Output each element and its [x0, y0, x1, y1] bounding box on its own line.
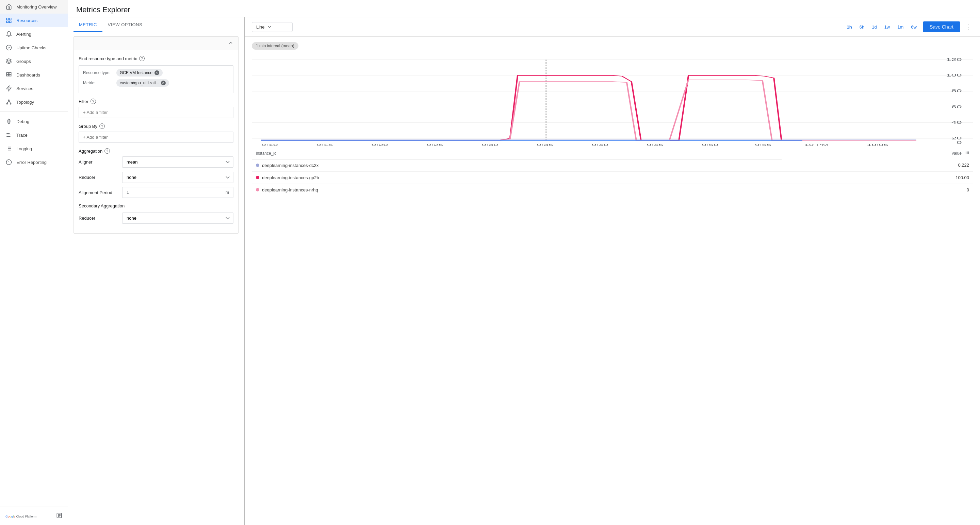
error-icon [5, 159, 12, 166]
google-cloud-logo: Google Cloud Platform [5, 513, 46, 519]
svg-line-14 [7, 101, 9, 103]
alignment-period-row: Alignment Period 1 m [79, 187, 234, 198]
svg-rect-6 [6, 73, 8, 75]
metric-chip[interactable]: custom/gpu_utilizati... ✕ [116, 79, 169, 87]
chart-legend-table: instance_id Value [252, 148, 973, 196]
sidebar-item-alerting[interactable]: Alerting [0, 27, 68, 41]
bell-icon [5, 30, 12, 37]
filter-label: Filter ? [79, 98, 234, 104]
find-resource-label: Find resource type and metric ? [79, 56, 234, 61]
time-btn-6h[interactable]: 6h [856, 22, 868, 32]
trace-icon [5, 132, 12, 138]
group-by-input[interactable] [79, 132, 234, 143]
chart-type-select[interactable]: Line [252, 22, 293, 32]
chevron-down-icon [267, 25, 272, 28]
sidebar-item-logging[interactable]: Logging [0, 142, 68, 155]
svg-text:Google
         Cloud Platform: Google Cloud Platform [5, 514, 37, 518]
svg-rect-16 [8, 120, 10, 123]
sidebar-item-services[interactable]: Services [0, 82, 68, 95]
sidebar-item-resources[interactable]: Resources [0, 14, 68, 27]
time-btn-1h[interactable]: 1h [843, 22, 856, 32]
grid-icon [5, 17, 12, 24]
docs-icon[interactable] [56, 512, 62, 520]
svg-text:9:55: 9:55 [755, 143, 772, 146]
more-options-button[interactable]: ⋮ [963, 22, 973, 32]
sidebar-item-label: Monitoring Overview [16, 5, 57, 10]
sidebar: Monitoring Overview Resources Alerting U… [0, 0, 68, 525]
sidebar-item-label: Topology [16, 100, 34, 105]
legend-columns-icon[interactable] [964, 150, 969, 156]
tabs-bar: METRIC VIEW OPTIONS [68, 17, 244, 32]
filter-input[interactable] [79, 107, 234, 118]
time-btn-1d[interactable]: 1d [869, 22, 880, 32]
legend-col-value: Value [782, 148, 973, 159]
svg-point-12 [6, 103, 8, 105]
sidebar-item-dashboards[interactable]: Dashboards [0, 68, 68, 82]
sidebar-item-monitoring-overview[interactable]: Monitoring Overview [0, 0, 68, 14]
sidebar-item-trace[interactable]: Trace [0, 128, 68, 142]
secondary-aggregation-label: Secondary Aggregation [79, 203, 234, 208]
find-resource-help-icon[interactable]: ? [139, 56, 145, 61]
aggregation-help-icon[interactable]: ? [105, 148, 110, 154]
resource-type-chip-close[interactable]: ✕ [154, 70, 159, 75]
secondary-reducer-row: Reducer none sum mean [79, 213, 234, 224]
tab-metric[interactable]: METRIC [73, 17, 102, 32]
save-chart-button[interactable]: Save Chart [923, 21, 960, 32]
svg-point-13 [10, 103, 11, 105]
aligner-label: Aligner [79, 159, 119, 165]
sidebar-item-error-reporting[interactable]: Error Reporting [0, 155, 68, 169]
svg-text:10 PM: 10 PM [804, 143, 829, 146]
tab-view-options[interactable]: VIEW OPTIONS [102, 17, 148, 32]
sidebar-item-label: Error Reporting [16, 160, 47, 165]
metric-label: Metric: [83, 81, 114, 86]
secondary-reducer-dropdown[interactable]: none sum mean [122, 213, 234, 224]
svg-text:9:30: 9:30 [482, 143, 498, 146]
sidebar-item-groups[interactable]: Groups [0, 54, 68, 68]
layers-icon [5, 58, 12, 65]
metric-chip-close[interactable]: ✕ [161, 81, 166, 86]
home-icon [5, 3, 12, 10]
right-panel: Line 1h 6h 1d 1w 1m 6w Save Chart ⋮ 1 mi… [245, 17, 980, 525]
content-area: METRIC VIEW OPTIONS Find resource type a… [68, 17, 980, 525]
collapse-button[interactable] [228, 40, 234, 47]
sidebar-item-debug[interactable]: Debug [0, 114, 68, 128]
svg-text:80: 80 [951, 89, 962, 93]
legend-value: 0.222 [782, 159, 973, 171]
legend-row: deeplearning-instances-nrhq 0 [252, 184, 973, 196]
aligner-dropdown[interactable]: mean sum min max [122, 156, 234, 168]
time-btn-6w[interactable]: 6w [907, 22, 920, 32]
svg-text:9:10: 9:10 [261, 143, 278, 146]
svg-rect-8 [6, 75, 8, 76]
group-by-help-icon[interactable]: ? [99, 124, 105, 129]
legend-row: deeplearning-instances-dc2x 0.222 [252, 159, 973, 171]
svg-text:9:45: 9:45 [646, 143, 663, 146]
svg-point-11 [8, 100, 10, 101]
sidebar-item-uptime-checks[interactable]: Uptime Checks [0, 41, 68, 54]
chart-area: 1 min interval (mean) 120 100 80 [245, 37, 980, 525]
chart-toolbar: Line 1h 6h 1d 1w 1m 6w Save Chart ⋮ [245, 17, 980, 37]
sidebar-item-label: Resources [16, 18, 37, 23]
time-btn-1w[interactable]: 1w [881, 22, 894, 32]
svg-marker-5 [6, 59, 11, 62]
check-circle-icon [5, 44, 12, 51]
svg-text:9:25: 9:25 [426, 143, 443, 146]
sidebar-item-label: Services [16, 86, 33, 91]
left-panel: METRIC VIEW OPTIONS Find resource type a… [68, 17, 245, 525]
sidebar-item-topology[interactable]: Topology [0, 95, 68, 109]
list-icon [5, 145, 12, 152]
time-btn-1m[interactable]: 1m [894, 22, 907, 32]
sidebar-item-label: Groups [16, 59, 31, 64]
interval-badge: 1 min interval (mean) [252, 42, 298, 50]
page-title: Metrics Explorer [76, 5, 972, 14]
svg-rect-3 [10, 21, 11, 23]
group-by-label: Group By ? [79, 124, 234, 129]
reducer-row: Reducer none sum mean [79, 172, 234, 183]
metric-row: Metric: custom/gpu_utilizati... ✕ [83, 79, 229, 87]
reducer-dropdown[interactable]: none sum mean [122, 172, 234, 183]
svg-text:120: 120 [946, 57, 962, 62]
filter-help-icon[interactable]: ? [91, 98, 96, 104]
resource-type-chip[interactable]: GCE VM Instance ✕ [116, 69, 163, 76]
sidebar-item-label: Logging [16, 146, 32, 151]
svg-marker-10 [6, 86, 11, 91]
alignment-period-input-box: 1 m [122, 187, 234, 198]
